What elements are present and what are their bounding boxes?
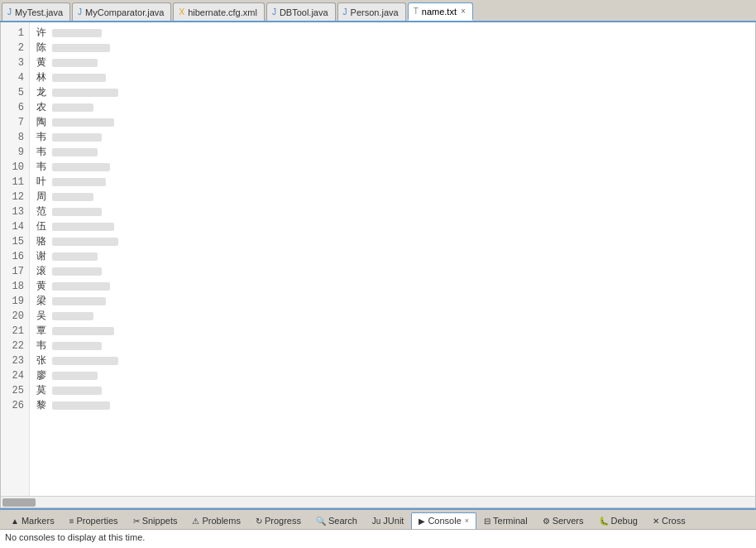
blurred-content-2 [52,44,110,52]
line-number-19: 19 [4,294,24,309]
blurred-content-18 [52,282,110,291]
blurred-content-19 [52,297,106,305]
char-5: 龙 [36,87,52,99]
tab-nametxt[interactable]: Tname.txt× [408,2,473,21]
bottom-tab-bar: ▲Markers≡Properties✂Snippets⚠Problems↻Pr… [0,510,756,530]
blurred-content-25 [52,387,102,395]
blurred-content-6 [52,103,93,112]
bottom-tab-icon-problems: ⚠ [192,517,199,526]
blurred-content-3 [52,59,98,67]
line-number-5: 5 [4,85,24,100]
blurred-content-7 [52,118,114,127]
bottom-tab-icon-progress: ↻ [256,517,262,526]
code-line-6: 农 [36,100,749,115]
char-12: 周 [36,191,52,203]
blurred-content-26 [52,401,110,410]
bottom-tab-icon-cross: ✕ [653,517,659,526]
bottom-tab-progress[interactable]: ↻Progress [248,512,309,529]
line-number-25: 25 [4,383,24,398]
bottom-tab-console[interactable]: ▶Console× [411,512,476,529]
char-26: 黎 [36,400,52,411]
blurred-content-24 [52,372,98,380]
line-number-16: 16 [4,249,24,264]
bottom-tab-label-markers: Markers [22,516,55,526]
line-number-22: 22 [4,339,24,353]
line-number-21: 21 [4,324,24,339]
line-number-17: 17 [4,264,24,279]
code-line-17: 滚 [36,264,749,279]
bottom-tab-close-console[interactable]: × [465,517,469,525]
bottom-tab-label-problems: Problems [202,516,240,526]
blurred-content-21 [52,327,114,335]
line-number-10: 10 [4,160,24,175]
line-number-13: 13 [4,204,24,219]
line-number-8: 8 [4,130,24,145]
blurred-content-5 [52,89,118,97]
tab-dbtooljava[interactable]: JDBTool.java [266,2,336,21]
line-number-18: 18 [4,279,24,294]
blurred-content-23 [52,357,118,365]
bottom-tab-servers[interactable]: ⚙Servers [535,512,591,529]
bottom-tab-search[interactable]: 🔍Search [309,512,365,529]
code-line-9: 韦 [36,145,749,160]
tab-mytestjava[interactable]: JMyTest.java [2,2,70,21]
blurred-content-11 [52,178,106,186]
char-10: 韦 [36,161,52,173]
tab-icon-nametxt: T [414,7,419,16]
bottom-tab-properties[interactable]: ≡Properties [62,512,126,529]
blurred-content-1 [52,29,102,37]
code-content[interactable]: 许 陈 黄 林 龙 农 陶 韦 韦 韦 叶 周 范 伍 骆 谢 滚 黄 梁 吴 … [30,22,755,496]
char-6: 农 [36,102,52,113]
code-line-23: 张 [36,353,749,368]
bottom-tab-markers[interactable]: ▲Markers [3,512,62,529]
char-7: 陶 [36,117,52,128]
scrollbar-thumb[interactable] [2,498,36,507]
code-line-1: 许 [36,26,749,41]
line-number-11: 11 [4,175,24,190]
code-line-14: 伍 [36,219,749,234]
char-20: 吴 [36,310,52,322]
bottom-tab-problems[interactable]: ⚠Problems [184,512,247,529]
bottom-tab-junit[interactable]: JuJUnit [365,512,412,529]
code-line-11: 叶 [36,175,749,190]
bottom-tab-snippets[interactable]: ✂Snippets [126,512,185,529]
bottom-tab-label-cross: Cross [662,516,686,526]
line-number-1: 1 [4,26,24,41]
tab-mycomparatorjava[interactable]: JMyComparator.java [72,2,171,21]
line-number-4: 4 [4,70,24,85]
bottom-tab-cross[interactable]: ✕Cross [645,512,693,529]
bottom-panel: ▲Markers≡Properties✂Snippets⚠Problems↻Pr… [0,508,756,548]
bottom-tab-label-console: Console [428,516,461,526]
tab-close-nametxt[interactable]: × [461,7,466,16]
code-line-13: 范 [36,204,749,219]
tab-hibernatecfgxml[interactable]: Xhibernate.cfg.xml [173,2,264,21]
code-line-26: 黎 [36,398,749,413]
blurred-content-9 [52,148,98,156]
line-number-14: 14 [4,219,24,234]
tab-icon-dbtooljava: J [272,7,276,17]
char-13: 范 [36,206,52,218]
char-21: 覃 [36,325,52,337]
bottom-tab-label-search: Search [328,516,357,526]
editor-content: 1234567891011121314151617181920212223242… [1,22,755,496]
bottom-tab-icon-markers: ▲ [11,517,19,526]
tab-bar: JMyTest.javaJMyComparator.javaXhibernate… [0,0,756,22]
code-line-19: 梁 [36,294,749,309]
code-line-5: 龙 [36,85,749,100]
bottom-tab-debug[interactable]: 🐛Debug [591,512,645,529]
char-25: 莫 [36,385,52,397]
tab-personjava[interactable]: JPerson.java [337,2,406,21]
blurred-content-22 [52,342,102,350]
bottom-tab-icon-properties: ≡ [69,517,74,526]
line-number-15: 15 [4,234,24,249]
bottom-tab-icon-servers: ⚙ [543,517,550,526]
bottom-tab-terminal[interactable]: ⊟Terminal [476,512,535,529]
bottom-tab-label-properties: Properties [76,516,117,526]
char-18: 黄 [36,281,52,292]
line-number-24: 24 [4,368,24,383]
bottom-tab-icon-junit: Ju [372,517,381,526]
blurred-content-15 [52,238,118,246]
char-1: 许 [36,27,52,39]
horizontal-scrollbar[interactable] [1,496,755,507]
char-9: 韦 [36,147,52,158]
